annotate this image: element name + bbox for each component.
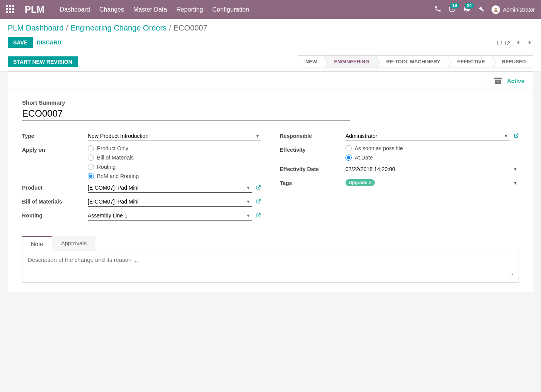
radio-label: As soon as possible [355,145,403,151]
menu-dashboard[interactable]: Dashboard [60,6,90,13]
product-input[interactable] [88,183,252,193]
pager-count[interactable]: 1 / 12 [495,40,510,46]
chevron-down-icon[interactable]: ▼ [255,134,260,138]
stage-re-tool-machinery[interactable]: RE-TOOL MACHINERY [376,55,447,68]
external-link-icon[interactable] [256,212,261,219]
svg-rect-4 [497,81,499,81]
pager-next-icon[interactable] [526,38,533,48]
tab-note[interactable]: Note [22,236,52,251]
chevron-down-icon[interactable]: ▼ [246,199,250,204]
breadcrumb: PLM Dashboard / Engineering Change Order… [8,24,208,32]
apply-on-label: Apply on [22,145,88,153]
menu-reporting[interactable]: Reporting [176,6,203,13]
chevron-down-icon[interactable]: ▼ [246,185,250,190]
type-label: Type [22,131,88,139]
main-menu: Dashboard Changes Master Data Reporting … [60,6,249,13]
summary-label: Short Summary [22,99,519,106]
responsible-label: Responsible [280,131,345,139]
chevron-down-icon[interactable]: ▼ [246,213,250,218]
radio-label: Bill of Materials [97,154,134,161]
menu-master-data[interactable]: Master Data [133,6,167,13]
svg-rect-2 [494,78,502,80]
type-input[interactable] [88,131,261,141]
messages-icon[interactable]: 24 [463,5,471,14]
save-button[interactable]: SAVE [8,37,33,48]
bom-label: Bill of Materials [22,197,88,205]
external-link-icon[interactable] [256,185,261,191]
chevron-down-icon[interactable]: ▼ [504,134,508,138]
active-label: Active [507,78,524,84]
breadcrumb-root[interactable]: PLM Dashboard [8,24,64,32]
routing-input[interactable] [88,211,252,221]
routing-label: Routing [22,211,88,219]
effectivity-radio-group: As soon as possibleAt Date [345,145,519,161]
breadcrumb-parent[interactable]: Engineering Change Orders [70,24,167,32]
tag-remove-icon[interactable]: × [369,180,372,185]
top-navbar: PLM Dashboard Changes Master Data Report… [0,0,541,19]
activities-icon[interactable]: 18 [448,5,456,14]
radio-icon [88,145,94,151]
tag-upgrade[interactable]: Upgrade × [345,179,375,186]
apps-menu-icon[interactable] [6,5,15,14]
tools-icon[interactable] [478,5,485,14]
phone-icon[interactable] [434,5,441,14]
apply-radio-1[interactable]: Bill of Materials [88,154,261,161]
button-box: Active [8,72,533,90]
product-label: Product [22,183,88,191]
active-toggle-button[interactable]: Active [485,72,533,90]
tags-label: Tags [280,178,345,186]
user-menu[interactable]: Administrator [492,5,535,14]
chevron-down-icon[interactable]: ▼ [513,167,517,171]
effdate-label: Effectivity Date [280,165,345,172]
tags-input[interactable]: Upgrade × ▼ [345,178,519,188]
form-sheet: Active Short Summary Type ▼ App [8,71,533,292]
radio-icon [88,173,94,179]
pager-prev-icon[interactable] [515,38,522,48]
note-textarea[interactable] [28,256,513,276]
radio-icon [345,145,352,151]
radio-label: At Date [355,154,373,161]
radio-label: Product Only [97,145,128,151]
stage-effective[interactable]: EFFECTIVE [447,55,492,68]
svg-point-1 [495,7,497,9]
breadcrumb-current: ECO0007 [174,24,208,32]
activities-badge: 18 [449,2,459,9]
archive-icon [494,77,502,84]
start-revision-button[interactable]: START NEW REVISION [8,56,78,67]
statusbar: START NEW REVISION NEWENGINEERINGRE-TOOL… [0,52,541,71]
tab-approvals[interactable]: Approvals [52,236,96,251]
radio-icon [345,154,352,161]
stage-refused[interactable]: REFUSED [492,55,533,68]
radio-icon [88,164,94,170]
bom-input[interactable] [88,197,252,207]
radio-label: Routing [97,164,116,170]
apply-on-radio-group: Product OnlyBill of MaterialsRoutingBoM … [88,145,261,179]
apply-radio-2[interactable]: Routing [88,164,261,170]
svg-rect-3 [495,80,501,84]
apply-radio-3[interactable]: BoM and Routing [88,173,261,179]
external-link-icon[interactable] [256,199,261,205]
chevron-down-icon[interactable]: ▼ [513,181,517,185]
apply-radio-0[interactable]: Product Only [88,145,261,151]
summary-input[interactable] [22,107,350,120]
menu-changes[interactable]: Changes [99,6,124,13]
radio-icon [88,154,94,161]
stage-engineering[interactable]: ENGINEERING [324,55,376,68]
messages-badge: 24 [464,2,474,9]
notebook: Note Approvals [22,236,519,283]
stage-new[interactable]: NEW [298,55,324,68]
effectivity-radio-1[interactable]: At Date [345,154,519,161]
menu-configuration[interactable]: Configuration [213,6,249,13]
stage-pipeline: NEWENGINEERINGRE-TOOL MACHINERYEFFECTIVE… [298,55,533,68]
effectivity-radio-0[interactable]: As soon as possible [345,145,519,151]
avatar-icon [492,5,500,14]
discard-button[interactable]: DISCARD [37,39,61,46]
control-panel: PLM Dashboard / Engineering Change Order… [0,19,541,52]
effdate-input[interactable] [345,165,519,174]
responsible-input[interactable] [345,131,510,141]
brand-title[interactable]: PLM [25,4,44,15]
radio-label: BoM and Routing [97,173,139,179]
effectivity-label: Effectivity [280,145,345,153]
external-link-icon[interactable] [514,133,519,139]
user-name: Administrator [503,7,535,13]
